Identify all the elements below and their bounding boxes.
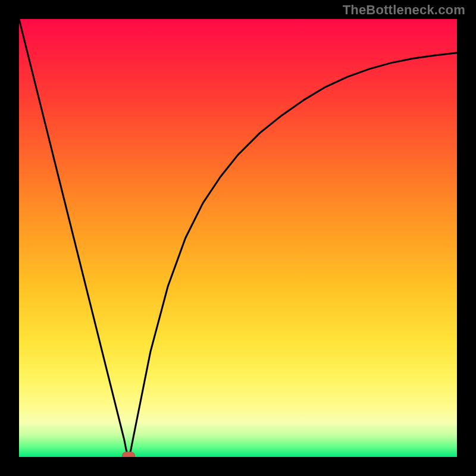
bottleneck-curve (19, 19, 457, 457)
plot-area (19, 19, 457, 457)
chart-frame: TheBottleneck.com (0, 0, 476, 476)
attribution-text: TheBottleneck.com (343, 2, 465, 18)
minimum-marker (122, 452, 135, 457)
